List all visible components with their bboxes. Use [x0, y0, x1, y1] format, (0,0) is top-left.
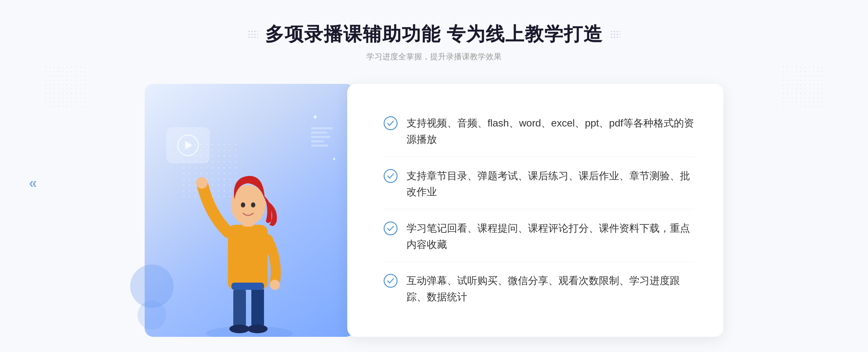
check-icon-1 [383, 116, 398, 130]
bg-dot-pattern-right [781, 65, 825, 108]
content-area: ✦ ✦ [145, 84, 723, 337]
header-section: 多项录播课辅助功能 专为线上教学打造 学习进度全掌握，提升录播课教学效果 [248, 22, 620, 62]
page-title: 多项录播课辅助功能 专为线上教学打造 [265, 22, 603, 47]
feature-item-4: 互动弹幕、试听购买、微信分享、观看次数限制、学习进度跟踪、数据统计 [383, 264, 694, 314]
feature-item-3: 学习笔记回看、课程提问、课程评论打分、课件资料下载，重点内容收藏 [383, 212, 694, 262]
svg-point-15 [384, 222, 397, 235]
person-figure [181, 149, 318, 337]
illus-line-5 [311, 145, 328, 147]
page-wrapper: 多项录播课辅助功能 专为线上教学打造 学习进度全掌握，提升录播课教学效果 « ✦… [0, 0, 868, 352]
feature-item-2: 支持章节目录、弹题考试、课后练习、课后作业、章节测验、批改作业 [383, 159, 694, 210]
star-deco-2: ✦ [332, 156, 336, 162]
bg-dot-pattern-left [43, 65, 87, 108]
features-panel: 支持视频、音频、flash、word、excel、ppt、pdf等各种格式的资源… [347, 84, 723, 337]
header-decorators: 多项录播课辅助功能 专为线上教学打造 [248, 22, 620, 47]
check-icon-4 [383, 274, 398, 288]
svg-point-13 [384, 117, 397, 130]
illus-line-1 [311, 127, 333, 129]
svg-rect-5 [228, 225, 268, 290]
svg-point-6 [196, 177, 208, 189]
feature-text-4: 互动弹幕、试听购买、微信分享、观看次数限制、学习进度跟踪、数据统计 [407, 273, 694, 305]
illus-line-3 [311, 136, 331, 138]
svg-point-3 [229, 325, 250, 333]
illus-line-4 [311, 140, 324, 142]
illustration-panel: ✦ ✦ [145, 84, 354, 337]
svg-point-10 [241, 202, 245, 207]
svg-point-7 [270, 280, 280, 290]
feature-text-2: 支持章节目录、弹题考试、课后练习、课后作业、章节测验、批改作业 [407, 168, 694, 201]
feature-text-1: 支持视频、音频、flash、word、excel、ppt、pdf等各种格式的资源… [407, 115, 694, 148]
svg-point-11 [251, 202, 255, 207]
svg-rect-1 [233, 286, 246, 330]
illus-line-2 [311, 132, 327, 134]
illus-circle-small [137, 301, 166, 330]
svg-rect-12 [231, 283, 264, 290]
chevron-left-deco: « [29, 175, 37, 191]
feature-item-1: 支持视频、音频、flash、word、excel、ppt、pdf等各种格式的资源… [383, 107, 694, 157]
check-icon-2 [383, 169, 398, 183]
header-dot-left [248, 30, 258, 39]
header-dot-right [610, 30, 620, 39]
check-icon-3 [383, 221, 398, 236]
star-deco-1: ✦ [312, 113, 318, 121]
feature-text-3: 学习笔记回看、课程提问、课程评论打分、课件资料下载，重点内容收藏 [407, 220, 694, 253]
svg-point-14 [384, 169, 397, 183]
page-subtitle: 学习进度全掌握，提升录播课教学效果 [248, 51, 620, 62]
svg-point-4 [247, 325, 268, 333]
svg-point-16 [384, 274, 397, 287]
